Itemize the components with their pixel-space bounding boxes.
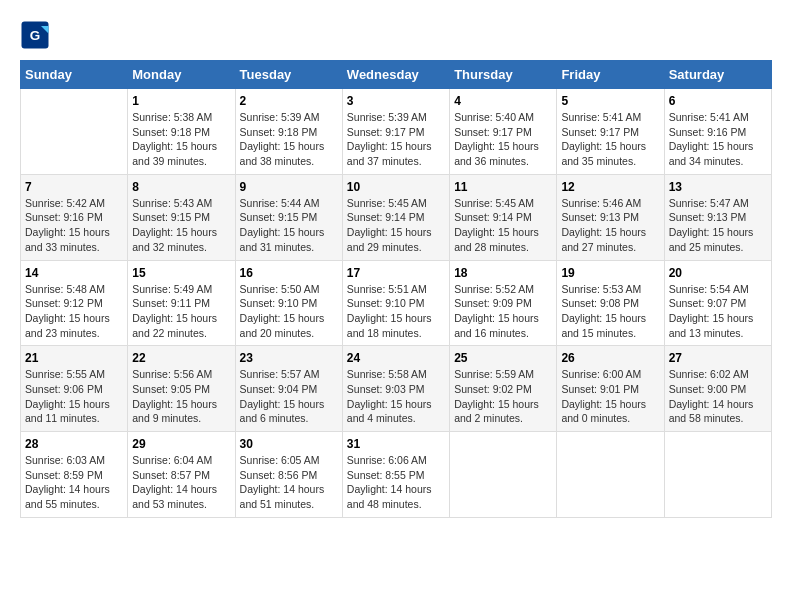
day-number: 12	[561, 180, 659, 194]
weekday-header: Wednesday	[342, 61, 449, 89]
calendar-week-row: 7Sunrise: 5:42 AM Sunset: 9:16 PM Daylig…	[21, 174, 772, 260]
day-number: 3	[347, 94, 445, 108]
calendar-cell: 6Sunrise: 5:41 AM Sunset: 9:16 PM Daylig…	[664, 89, 771, 175]
day-info: Sunrise: 5:49 AM Sunset: 9:11 PM Dayligh…	[132, 282, 230, 341]
day-info: Sunrise: 5:45 AM Sunset: 9:14 PM Dayligh…	[347, 196, 445, 255]
calendar-cell	[450, 432, 557, 518]
day-number: 26	[561, 351, 659, 365]
day-info: Sunrise: 5:55 AM Sunset: 9:06 PM Dayligh…	[25, 367, 123, 426]
day-number: 4	[454, 94, 552, 108]
calendar-cell: 23Sunrise: 5:57 AM Sunset: 9:04 PM Dayli…	[235, 346, 342, 432]
day-number: 24	[347, 351, 445, 365]
day-info: Sunrise: 6:00 AM Sunset: 9:01 PM Dayligh…	[561, 367, 659, 426]
calendar-week-row: 21Sunrise: 5:55 AM Sunset: 9:06 PM Dayli…	[21, 346, 772, 432]
svg-text:G: G	[30, 28, 41, 43]
day-info: Sunrise: 5:45 AM Sunset: 9:14 PM Dayligh…	[454, 196, 552, 255]
calendar-cell: 10Sunrise: 5:45 AM Sunset: 9:14 PM Dayli…	[342, 174, 449, 260]
day-number: 22	[132, 351, 230, 365]
day-number: 30	[240, 437, 338, 451]
calendar-cell: 31Sunrise: 6:06 AM Sunset: 8:55 PM Dayli…	[342, 432, 449, 518]
weekday-header: Friday	[557, 61, 664, 89]
day-info: Sunrise: 5:59 AM Sunset: 9:02 PM Dayligh…	[454, 367, 552, 426]
day-number: 20	[669, 266, 767, 280]
day-info: Sunrise: 6:04 AM Sunset: 8:57 PM Dayligh…	[132, 453, 230, 512]
weekday-header: Thursday	[450, 61, 557, 89]
calendar-cell: 25Sunrise: 5:59 AM Sunset: 9:02 PM Dayli…	[450, 346, 557, 432]
calendar-table: SundayMondayTuesdayWednesdayThursdayFrid…	[20, 60, 772, 518]
day-info: Sunrise: 5:58 AM Sunset: 9:03 PM Dayligh…	[347, 367, 445, 426]
day-number: 10	[347, 180, 445, 194]
calendar-cell: 30Sunrise: 6:05 AM Sunset: 8:56 PM Dayli…	[235, 432, 342, 518]
day-number: 28	[25, 437, 123, 451]
day-info: Sunrise: 5:42 AM Sunset: 9:16 PM Dayligh…	[25, 196, 123, 255]
day-info: Sunrise: 5:54 AM Sunset: 9:07 PM Dayligh…	[669, 282, 767, 341]
day-info: Sunrise: 5:41 AM Sunset: 9:16 PM Dayligh…	[669, 110, 767, 169]
header-row: SundayMondayTuesdayWednesdayThursdayFrid…	[21, 61, 772, 89]
calendar-cell: 1Sunrise: 5:38 AM Sunset: 9:18 PM Daylig…	[128, 89, 235, 175]
day-info: Sunrise: 5:52 AM Sunset: 9:09 PM Dayligh…	[454, 282, 552, 341]
calendar-cell	[21, 89, 128, 175]
day-number: 19	[561, 266, 659, 280]
calendar-cell: 20Sunrise: 5:54 AM Sunset: 9:07 PM Dayli…	[664, 260, 771, 346]
page-header: G	[20, 20, 772, 50]
day-info: Sunrise: 5:39 AM Sunset: 9:17 PM Dayligh…	[347, 110, 445, 169]
weekday-header: Monday	[128, 61, 235, 89]
day-info: Sunrise: 5:57 AM Sunset: 9:04 PM Dayligh…	[240, 367, 338, 426]
day-info: Sunrise: 5:39 AM Sunset: 9:18 PM Dayligh…	[240, 110, 338, 169]
day-info: Sunrise: 5:56 AM Sunset: 9:05 PM Dayligh…	[132, 367, 230, 426]
day-info: Sunrise: 5:51 AM Sunset: 9:10 PM Dayligh…	[347, 282, 445, 341]
day-number: 16	[240, 266, 338, 280]
calendar-cell: 15Sunrise: 5:49 AM Sunset: 9:11 PM Dayli…	[128, 260, 235, 346]
calendar-cell: 7Sunrise: 5:42 AM Sunset: 9:16 PM Daylig…	[21, 174, 128, 260]
calendar-cell: 11Sunrise: 5:45 AM Sunset: 9:14 PM Dayli…	[450, 174, 557, 260]
day-number: 7	[25, 180, 123, 194]
calendar-cell: 28Sunrise: 6:03 AM Sunset: 8:59 PM Dayli…	[21, 432, 128, 518]
day-info: Sunrise: 5:47 AM Sunset: 9:13 PM Dayligh…	[669, 196, 767, 255]
calendar-cell: 8Sunrise: 5:43 AM Sunset: 9:15 PM Daylig…	[128, 174, 235, 260]
day-info: Sunrise: 6:05 AM Sunset: 8:56 PM Dayligh…	[240, 453, 338, 512]
day-info: Sunrise: 5:38 AM Sunset: 9:18 PM Dayligh…	[132, 110, 230, 169]
calendar-header: SundayMondayTuesdayWednesdayThursdayFrid…	[21, 61, 772, 89]
calendar-cell: 9Sunrise: 5:44 AM Sunset: 9:15 PM Daylig…	[235, 174, 342, 260]
day-number: 21	[25, 351, 123, 365]
calendar-cell: 5Sunrise: 5:41 AM Sunset: 9:17 PM Daylig…	[557, 89, 664, 175]
day-info: Sunrise: 6:06 AM Sunset: 8:55 PM Dayligh…	[347, 453, 445, 512]
day-number: 14	[25, 266, 123, 280]
day-info: Sunrise: 6:02 AM Sunset: 9:00 PM Dayligh…	[669, 367, 767, 426]
weekday-header: Sunday	[21, 61, 128, 89]
calendar-cell: 27Sunrise: 6:02 AM Sunset: 9:00 PM Dayli…	[664, 346, 771, 432]
calendar-cell: 22Sunrise: 5:56 AM Sunset: 9:05 PM Dayli…	[128, 346, 235, 432]
day-number: 8	[132, 180, 230, 194]
calendar-cell: 13Sunrise: 5:47 AM Sunset: 9:13 PM Dayli…	[664, 174, 771, 260]
day-number: 31	[347, 437, 445, 451]
calendar-cell	[557, 432, 664, 518]
day-number: 9	[240, 180, 338, 194]
day-info: Sunrise: 5:50 AM Sunset: 9:10 PM Dayligh…	[240, 282, 338, 341]
day-number: 17	[347, 266, 445, 280]
calendar-cell: 2Sunrise: 5:39 AM Sunset: 9:18 PM Daylig…	[235, 89, 342, 175]
weekday-header: Tuesday	[235, 61, 342, 89]
calendar-cell: 14Sunrise: 5:48 AM Sunset: 9:12 PM Dayli…	[21, 260, 128, 346]
calendar-cell: 26Sunrise: 6:00 AM Sunset: 9:01 PM Dayli…	[557, 346, 664, 432]
day-info: Sunrise: 5:43 AM Sunset: 9:15 PM Dayligh…	[132, 196, 230, 255]
calendar-cell: 19Sunrise: 5:53 AM Sunset: 9:08 PM Dayli…	[557, 260, 664, 346]
day-number: 18	[454, 266, 552, 280]
calendar-cell: 17Sunrise: 5:51 AM Sunset: 9:10 PM Dayli…	[342, 260, 449, 346]
weekday-header: Saturday	[664, 61, 771, 89]
logo-icon: G	[20, 20, 50, 50]
day-number: 11	[454, 180, 552, 194]
day-number: 5	[561, 94, 659, 108]
calendar-cell: 16Sunrise: 5:50 AM Sunset: 9:10 PM Dayli…	[235, 260, 342, 346]
calendar-week-row: 14Sunrise: 5:48 AM Sunset: 9:12 PM Dayli…	[21, 260, 772, 346]
calendar-cell: 24Sunrise: 5:58 AM Sunset: 9:03 PM Dayli…	[342, 346, 449, 432]
calendar-cell	[664, 432, 771, 518]
day-info: Sunrise: 5:44 AM Sunset: 9:15 PM Dayligh…	[240, 196, 338, 255]
calendar-week-row: 28Sunrise: 6:03 AM Sunset: 8:59 PM Dayli…	[21, 432, 772, 518]
calendar-week-row: 1Sunrise: 5:38 AM Sunset: 9:18 PM Daylig…	[21, 89, 772, 175]
day-info: Sunrise: 5:41 AM Sunset: 9:17 PM Dayligh…	[561, 110, 659, 169]
day-number: 23	[240, 351, 338, 365]
day-number: 13	[669, 180, 767, 194]
day-info: Sunrise: 5:48 AM Sunset: 9:12 PM Dayligh…	[25, 282, 123, 341]
calendar-cell: 21Sunrise: 5:55 AM Sunset: 9:06 PM Dayli…	[21, 346, 128, 432]
day-info: Sunrise: 5:40 AM Sunset: 9:17 PM Dayligh…	[454, 110, 552, 169]
